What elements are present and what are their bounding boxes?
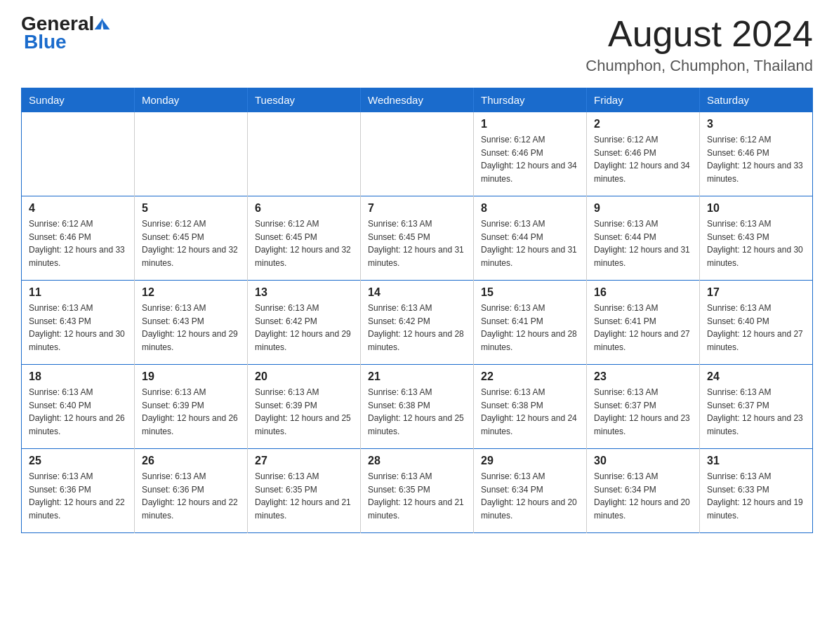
day-number: 13 bbox=[255, 286, 353, 299]
day-number: 31 bbox=[707, 455, 805, 467]
day-cell: 23Sunrise: 6:13 AM Sunset: 6:37 PM Dayli… bbox=[587, 365, 700, 449]
day-cell: 26Sunrise: 6:13 AM Sunset: 6:36 PM Dayli… bbox=[135, 449, 248, 533]
day-number: 29 bbox=[481, 455, 579, 467]
day-info: Sunrise: 6:13 AM Sunset: 6:41 PM Dayligh… bbox=[594, 302, 692, 354]
day-number: 12 bbox=[142, 286, 240, 299]
day-cell bbox=[22, 112, 135, 196]
day-cell: 18Sunrise: 6:13 AM Sunset: 6:40 PM Dayli… bbox=[22, 365, 135, 449]
month-title: August 2024 bbox=[585, 14, 813, 54]
day-info: Sunrise: 6:13 AM Sunset: 6:35 PM Dayligh… bbox=[368, 470, 466, 522]
week-row-3: 11Sunrise: 6:13 AM Sunset: 6:43 PM Dayli… bbox=[22, 281, 813, 365]
week-row-2: 4Sunrise: 6:12 AM Sunset: 6:46 PM Daylig… bbox=[22, 196, 813, 281]
day-number: 20 bbox=[255, 370, 353, 383]
day-cell bbox=[248, 112, 361, 196]
day-info: Sunrise: 6:13 AM Sunset: 6:44 PM Dayligh… bbox=[481, 217, 579, 269]
day-info: Sunrise: 6:13 AM Sunset: 6:42 PM Dayligh… bbox=[255, 302, 353, 354]
day-cell: 5Sunrise: 6:12 AM Sunset: 6:45 PM Daylig… bbox=[135, 196, 248, 281]
day-cell: 4Sunrise: 6:12 AM Sunset: 6:46 PM Daylig… bbox=[22, 196, 135, 281]
day-number: 8 bbox=[481, 202, 579, 215]
day-info: Sunrise: 6:13 AM Sunset: 6:39 PM Dayligh… bbox=[142, 386, 240, 438]
day-info: Sunrise: 6:12 AM Sunset: 6:45 PM Dayligh… bbox=[255, 217, 353, 269]
weekday-header-friday: Friday bbox=[587, 88, 700, 112]
day-info: Sunrise: 6:13 AM Sunset: 6:38 PM Dayligh… bbox=[481, 386, 579, 438]
day-info: Sunrise: 6:13 AM Sunset: 6:43 PM Dayligh… bbox=[142, 302, 240, 354]
page-header: General Blue August 2024 Chumphon, Chump… bbox=[21, 14, 813, 75]
day-number: 14 bbox=[368, 286, 466, 299]
day-cell: 24Sunrise: 6:13 AM Sunset: 6:37 PM Dayli… bbox=[700, 365, 813, 449]
logo: General Blue bbox=[21, 14, 110, 53]
day-cell bbox=[135, 112, 248, 196]
weekday-header-sunday: Sunday bbox=[22, 88, 135, 112]
day-info: Sunrise: 6:13 AM Sunset: 6:38 PM Dayligh… bbox=[368, 386, 466, 438]
weekday-header-wednesday: Wednesday bbox=[361, 88, 474, 112]
day-cell: 2Sunrise: 6:12 AM Sunset: 6:46 PM Daylig… bbox=[587, 112, 700, 196]
day-number: 22 bbox=[481, 370, 579, 383]
day-info: Sunrise: 6:12 AM Sunset: 6:46 PM Dayligh… bbox=[594, 133, 692, 185]
day-number: 7 bbox=[368, 202, 466, 215]
day-number: 17 bbox=[707, 286, 805, 299]
day-cell: 10Sunrise: 6:13 AM Sunset: 6:43 PM Dayli… bbox=[700, 196, 813, 281]
day-cell: 30Sunrise: 6:13 AM Sunset: 6:34 PM Dayli… bbox=[587, 449, 700, 533]
day-info: Sunrise: 6:12 AM Sunset: 6:45 PM Dayligh… bbox=[142, 217, 240, 269]
day-info: Sunrise: 6:13 AM Sunset: 6:44 PM Dayligh… bbox=[594, 217, 692, 269]
day-cell: 22Sunrise: 6:13 AM Sunset: 6:38 PM Dayli… bbox=[474, 365, 587, 449]
day-info: Sunrise: 6:13 AM Sunset: 6:35 PM Dayligh… bbox=[255, 470, 353, 522]
day-info: Sunrise: 6:13 AM Sunset: 6:43 PM Dayligh… bbox=[707, 217, 805, 269]
day-info: Sunrise: 6:13 AM Sunset: 6:45 PM Dayligh… bbox=[368, 217, 466, 269]
day-number: 25 bbox=[29, 455, 127, 467]
day-info: Sunrise: 6:13 AM Sunset: 6:34 PM Dayligh… bbox=[481, 470, 579, 522]
week-row-4: 18Sunrise: 6:13 AM Sunset: 6:40 PM Dayli… bbox=[22, 365, 813, 449]
day-info: Sunrise: 6:13 AM Sunset: 6:33 PM Dayligh… bbox=[707, 470, 805, 522]
day-number: 18 bbox=[29, 370, 127, 383]
day-cell bbox=[361, 112, 474, 196]
day-cell: 25Sunrise: 6:13 AM Sunset: 6:36 PM Dayli… bbox=[22, 449, 135, 533]
day-info: Sunrise: 6:13 AM Sunset: 6:41 PM Dayligh… bbox=[481, 302, 579, 354]
day-info: Sunrise: 6:12 AM Sunset: 6:46 PM Dayligh… bbox=[29, 217, 127, 269]
day-cell: 13Sunrise: 6:13 AM Sunset: 6:42 PM Dayli… bbox=[248, 281, 361, 365]
day-info: Sunrise: 6:13 AM Sunset: 6:39 PM Dayligh… bbox=[255, 386, 353, 438]
day-cell: 9Sunrise: 6:13 AM Sunset: 6:44 PM Daylig… bbox=[587, 196, 700, 281]
day-number: 6 bbox=[255, 202, 353, 215]
day-cell: 28Sunrise: 6:13 AM Sunset: 6:35 PM Dayli… bbox=[361, 449, 474, 533]
day-info: Sunrise: 6:13 AM Sunset: 6:36 PM Dayligh… bbox=[142, 470, 240, 522]
day-info: Sunrise: 6:13 AM Sunset: 6:34 PM Dayligh… bbox=[594, 470, 692, 522]
day-number: 10 bbox=[707, 202, 805, 215]
day-info: Sunrise: 6:13 AM Sunset: 6:42 PM Dayligh… bbox=[368, 302, 466, 354]
day-info: Sunrise: 6:12 AM Sunset: 6:46 PM Dayligh… bbox=[707, 133, 805, 185]
day-number: 30 bbox=[594, 455, 692, 467]
week-row-5: 25Sunrise: 6:13 AM Sunset: 6:36 PM Dayli… bbox=[22, 449, 813, 533]
weekday-header-saturday: Saturday bbox=[700, 88, 813, 112]
weekday-header-tuesday: Tuesday bbox=[248, 88, 361, 112]
day-number: 16 bbox=[594, 286, 692, 299]
title-block: August 2024 Chumphon, Chumphon, Thailand bbox=[585, 14, 813, 75]
day-cell: 3Sunrise: 6:12 AM Sunset: 6:46 PM Daylig… bbox=[700, 112, 813, 196]
day-number: 28 bbox=[368, 455, 466, 467]
day-number: 21 bbox=[368, 370, 466, 383]
day-number: 5 bbox=[142, 202, 240, 215]
weekday-header-thursday: Thursday bbox=[474, 88, 587, 112]
day-cell: 20Sunrise: 6:13 AM Sunset: 6:39 PM Dayli… bbox=[248, 365, 361, 449]
day-number: 19 bbox=[142, 370, 240, 383]
day-cell: 31Sunrise: 6:13 AM Sunset: 6:33 PM Dayli… bbox=[700, 449, 813, 533]
day-number: 26 bbox=[142, 455, 240, 467]
day-number: 23 bbox=[594, 370, 692, 383]
day-info: Sunrise: 6:13 AM Sunset: 6:37 PM Dayligh… bbox=[707, 386, 805, 438]
day-number: 1 bbox=[481, 118, 579, 130]
day-number: 3 bbox=[707, 118, 805, 130]
day-info: Sunrise: 6:13 AM Sunset: 6:40 PM Dayligh… bbox=[707, 302, 805, 354]
day-number: 11 bbox=[29, 286, 127, 299]
day-cell: 27Sunrise: 6:13 AM Sunset: 6:35 PM Dayli… bbox=[248, 449, 361, 533]
day-number: 24 bbox=[707, 370, 805, 383]
day-cell: 11Sunrise: 6:13 AM Sunset: 6:43 PM Dayli… bbox=[22, 281, 135, 365]
day-info: Sunrise: 6:13 AM Sunset: 6:36 PM Dayligh… bbox=[29, 470, 127, 522]
day-info: Sunrise: 6:13 AM Sunset: 6:40 PM Dayligh… bbox=[29, 386, 127, 438]
day-cell: 21Sunrise: 6:13 AM Sunset: 6:38 PM Dayli… bbox=[361, 365, 474, 449]
day-cell: 8Sunrise: 6:13 AM Sunset: 6:44 PM Daylig… bbox=[474, 196, 587, 281]
day-cell: 29Sunrise: 6:13 AM Sunset: 6:34 PM Dayli… bbox=[474, 449, 587, 533]
week-row-1: 1Sunrise: 6:12 AM Sunset: 6:46 PM Daylig… bbox=[22, 112, 813, 196]
weekday-header-row: SundayMondayTuesdayWednesdayThursdayFrid… bbox=[22, 88, 813, 112]
day-cell: 16Sunrise: 6:13 AM Sunset: 6:41 PM Dayli… bbox=[587, 281, 700, 365]
day-cell: 12Sunrise: 6:13 AM Sunset: 6:43 PM Dayli… bbox=[135, 281, 248, 365]
location-text: Chumphon, Chumphon, Thailand bbox=[585, 57, 813, 75]
day-cell: 14Sunrise: 6:13 AM Sunset: 6:42 PM Dayli… bbox=[361, 281, 474, 365]
